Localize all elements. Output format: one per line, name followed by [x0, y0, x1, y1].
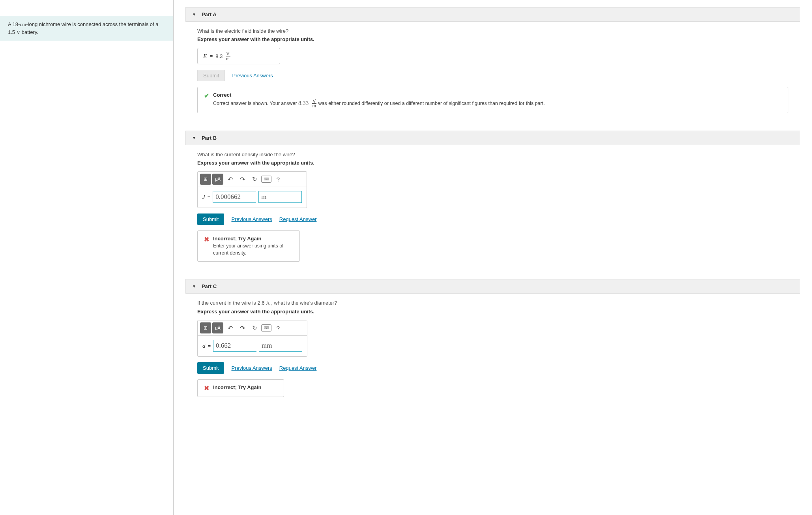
caret-down-icon: ▼: [192, 12, 196, 17]
part-c-toolbar: ⊞ μÅ ↶ ↷ ↻ ⌨ ?: [198, 320, 307, 336]
part-c-value-input[interactable]: [213, 340, 256, 352]
keyboard-button[interactable]: ⌨: [261, 324, 271, 331]
caret-down-icon: ▼: [192, 284, 196, 288]
problem-suffix: battery.: [20, 29, 38, 35]
part-a-title: Part A: [202, 11, 217, 17]
left-panel: A 18-cm-long nichrome wire is connected …: [0, 0, 174, 515]
q-unit: A: [266, 300, 269, 306]
x-icon: ✖: [204, 384, 209, 392]
problem-unit-v: V: [17, 29, 20, 35]
part-a-instruction: Express your answer with the appropriate…: [197, 36, 788, 42]
part-a-unit-num: V: [226, 52, 230, 56]
fb-unit-den: m: [312, 104, 317, 108]
q-pre: If the current in the wire is 2.6: [197, 300, 266, 306]
part-c-body: If the current in the wire is 2.6 A , wh…: [185, 294, 800, 406]
problem-unit-cm: cm: [20, 21, 26, 27]
fb-post: was either rounded differently or used a…: [318, 101, 544, 106]
part-c-request-answer-link[interactable]: Request Answer: [279, 365, 317, 371]
part-b-value-input[interactable]: [213, 191, 256, 203]
part-c-feedback: ✖ Incorrect; Try Again: [197, 379, 284, 397]
symbols-button[interactable]: μÅ: [212, 322, 223, 333]
part-c-previous-answers-link[interactable]: Previous Answers: [231, 365, 272, 371]
part-a-submit-button: Submit: [197, 70, 225, 81]
part-a-body: What is the electric field inside the wi…: [185, 22, 800, 123]
x-icon: ✖: [204, 236, 209, 243]
part-b-request-answer-link[interactable]: Request Answer: [279, 216, 317, 222]
keyboard-button[interactable]: ⌨: [261, 176, 271, 183]
part-c-input-row: d =: [198, 336, 307, 356]
part-a-value: 8.3: [215, 53, 223, 59]
part-b-feedback: ✖ Incorrect; Try Again Enter your answer…: [197, 230, 300, 262]
part-b-instruction: Express your answer with the appropriate…: [197, 160, 788, 166]
undo-button[interactable]: ↶: [225, 174, 236, 185]
equals-sign: =: [208, 343, 211, 349]
redo-button[interactable]: ↷: [237, 174, 248, 185]
reset-button[interactable]: ↻: [249, 174, 260, 185]
symbols-button[interactable]: μÅ: [212, 174, 223, 185]
part-a-var: E: [203, 53, 207, 60]
help-button[interactable]: ?: [273, 174, 284, 185]
part-c-input-editor: ⊞ μÅ ↶ ↷ ↻ ⌨ ? d =: [197, 320, 307, 357]
part-b-previous-answers-link[interactable]: Previous Answers: [231, 216, 272, 222]
caret-down-icon: ▼: [192, 136, 196, 140]
part-c-submit-button[interactable]: Submit: [197, 362, 224, 374]
part-c-question: If the current in the wire is 2.6 A , wh…: [197, 300, 788, 306]
fb-unit-fraction: V m: [312, 99, 317, 108]
part-a-header[interactable]: ▼ Part A: [185, 7, 800, 22]
part-b-unit-input[interactable]: [258, 191, 302, 203]
part-b-title: Part B: [202, 135, 217, 141]
part-b-var: J: [202, 194, 205, 200]
part-a-question: What is the electric field inside the wi…: [197, 28, 788, 34]
part-a-unit-fraction: V m: [225, 52, 230, 61]
part-b-body: What is the current density inside the w…: [185, 145, 800, 271]
part-c-var: d: [202, 343, 206, 349]
q-post: , what is the wire's diameter?: [270, 300, 337, 306]
redo-button[interactable]: ↷: [237, 322, 248, 333]
problem-statement: A 18-cm-long nichrome wire is connected …: [0, 16, 173, 41]
part-a-feedback: ✔ Correct Correct answer is shown. Your …: [197, 87, 788, 113]
part-c-feedback-title: Incorrect; Try Again: [213, 384, 261, 390]
part-a-answer-display: E = 8.3 V m: [197, 48, 280, 64]
part-b-feedback-text: Enter your answer using units of current…: [213, 243, 293, 257]
reset-button[interactable]: ↻: [249, 322, 260, 333]
fb-pre: Correct answer is shown. Your answer: [213, 101, 298, 106]
part-c-header[interactable]: ▼ Part C: [185, 279, 800, 294]
equals-sign: =: [210, 53, 213, 59]
part-b-toolbar: ⊞ μÅ ↶ ↷ ↻ ⌨ ?: [198, 172, 307, 187]
part-b-feedback-title: Incorrect; Try Again: [213, 236, 293, 242]
part-c-title: Part C: [202, 283, 217, 289]
part-a-unit-den: m: [225, 56, 230, 61]
part-b-submit-button[interactable]: Submit: [197, 213, 224, 225]
part-b-question: What is the current density inside the w…: [197, 152, 788, 157]
help-button[interactable]: ?: [273, 322, 284, 333]
check-icon: ✔: [204, 92, 209, 99]
part-b-input-editor: ⊞ μÅ ↶ ↷ ↻ ⌨ ? J =: [197, 171, 307, 208]
part-a-previous-answers-link[interactable]: Previous Answers: [232, 73, 273, 79]
problem-prefix: A 18-: [8, 21, 20, 27]
part-b-header[interactable]: ▼ Part B: [185, 131, 800, 145]
part-a-feedback-text: Correct answer is shown. Your answer 8.3…: [213, 99, 545, 108]
templates-button[interactable]: ⊞: [200, 174, 211, 185]
part-c-unit-input[interactable]: [259, 340, 302, 352]
part-c-instruction: Express your answer with the appropriate…: [197, 309, 788, 315]
fb-val: 8.33: [298, 100, 309, 106]
equals-sign: =: [208, 194, 211, 200]
undo-button[interactable]: ↶: [225, 322, 236, 333]
templates-button[interactable]: ⊞: [200, 322, 211, 333]
part-b-input-row: J =: [198, 187, 307, 208]
part-a-feedback-title: Correct: [213, 92, 545, 98]
right-panel: ▼ Part A What is the electric field insi…: [174, 0, 812, 515]
